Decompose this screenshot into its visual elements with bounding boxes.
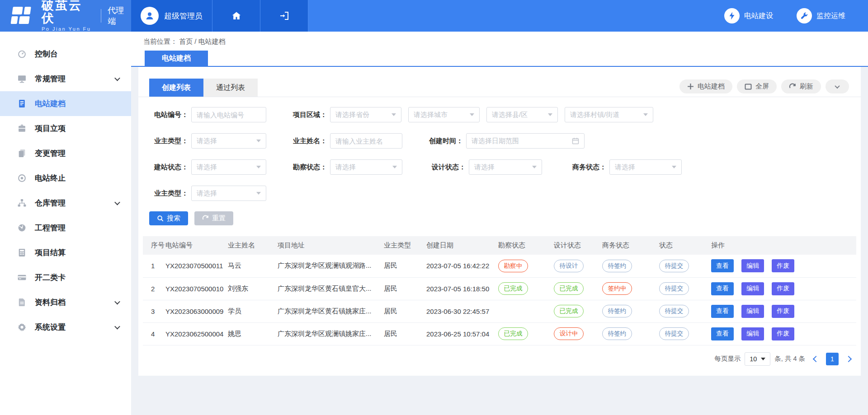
header-actions: 电站建设 监控运维 [308, 0, 868, 32]
wrench-icon [797, 8, 812, 23]
void-button[interactable]: 作废 [772, 282, 794, 295]
edit-button[interactable]: 编辑 [741, 282, 764, 295]
home-button[interactable] [212, 0, 260, 32]
caret-down-icon [672, 166, 676, 168]
province-select[interactable]: 请选择省份 [330, 107, 401, 122]
home-icon [231, 10, 242, 21]
chevron-down-icon [114, 324, 120, 330]
page-number-current[interactable]: 1 [826, 353, 839, 365]
design-status-select[interactable]: 请选择 [469, 159, 542, 175]
caret-down-icon [256, 140, 261, 142]
content-card: 创建列表 通过列表 电站建档 全屏 刷新 [138, 67, 861, 376]
owner-type2-select[interactable]: 请选择 [191, 186, 266, 201]
view-button[interactable]: 查看 [711, 282, 734, 295]
void-button[interactable]: 作废 [772, 259, 794, 272]
survey-status-select[interactable]: 请选择 [330, 159, 402, 175]
build-status-select[interactable]: 请选择 [191, 159, 266, 175]
caret-down-icon [470, 113, 474, 116]
reset-icon [202, 215, 209, 222]
sidebar-item-console[interactable]: 控制台 [0, 42, 131, 66]
county-select[interactable]: 请选择县/区 [486, 107, 558, 122]
sidebar-item-open-type2-card[interactable]: 开二类卡 [0, 265, 131, 290]
search-icon [157, 215, 164, 222]
sidebar-item-data-archive[interactable]: 资料归档 [0, 290, 131, 315]
sitemap-icon [17, 198, 27, 208]
calendar-icon [572, 137, 579, 145]
create-time-range-input[interactable]: 请选择日期范围 [466, 133, 585, 149]
refresh-icon [789, 83, 796, 90]
record-icon [17, 173, 27, 183]
chevron-down-icon [114, 200, 120, 205]
brand-name: 破茧云伏 [42, 0, 82, 25]
monitor-icon [17, 74, 27, 84]
status-badge: 待签约 [602, 305, 632, 317]
next-page-button[interactable] [845, 355, 852, 362]
caret-down-icon [643, 113, 648, 116]
reset-button[interactable]: 重置 [194, 211, 233, 225]
table-row: 1 YX2023070500011 马云 广东深圳龙华区观澜镇观湖路... 居民… [143, 255, 856, 277]
sidebar-item-system-settings[interactable]: 系统设置 [0, 315, 131, 340]
sidebar-item-engineering-mgmt[interactable]: 工程管理 [0, 215, 131, 240]
brand-romanized: Po Jian Yun Fu [42, 26, 91, 32]
card-icon [17, 273, 27, 282]
sidebar-item-station-filing[interactable]: 电站建档 [0, 91, 131, 116]
refresh-button[interactable]: 刷新 [781, 79, 821, 93]
status-badge: 待提交 [659, 260, 689, 272]
business-status-select[interactable]: 请选择 [609, 159, 682, 175]
table-row: 4 YX2023062500004 姚思 广东深圳龙华区观澜镇姚家庄... 居民… [143, 322, 856, 345]
sidebar-item-project-settlement[interactable]: 项目结算 [0, 240, 131, 265]
brand-logo-icon [10, 6, 37, 26]
header-user-band: 超级管理员 [131, 0, 308, 32]
owner-type-select[interactable]: 请选择 [191, 133, 266, 149]
gauge-icon [17, 223, 27, 233]
user-avatar-icon [141, 7, 159, 25]
copy-icon [17, 149, 27, 158]
void-button[interactable]: 作废 [772, 305, 794, 318]
table-toolbar: 电站建档 全屏 刷新 [679, 79, 849, 93]
caret-down-icon [392, 166, 397, 168]
user-menu[interactable]: 超级管理员 [131, 0, 212, 32]
sidebar-item-project-initiation[interactable]: 项目立项 [0, 116, 131, 141]
view-button[interactable]: 查看 [711, 305, 734, 318]
sidebar-item-station-termination[interactable]: 电站终止 [0, 166, 131, 191]
collapse-toolbar-button[interactable] [826, 79, 849, 93]
status-badge: 待设计 [554, 260, 584, 272]
create-station-button[interactable]: 电站建档 [679, 79, 732, 93]
status-badge: 待签约 [602, 260, 632, 272]
chevron-down-icon [835, 83, 840, 88]
table-row: 2 YX2023070500010 刘强东 广东深圳龙华区黄石镇皇官大... 居… [143, 277, 856, 300]
brand-logo: 破茧云伏 Po Jian Yun Fu 代理端 [0, 0, 131, 32]
table-header-row: 序号 电站编号 业主姓名 项目地址 业主类型 创建日期 勘察状态 设计状态 商务… [143, 236, 856, 255]
caret-down-icon [256, 192, 261, 195]
void-button[interactable]: 作废 [772, 327, 794, 340]
logout-button[interactable] [260, 0, 308, 32]
breadcrumb: 当前位置： 首页 / 电站建档 [131, 32, 868, 51]
town-select[interactable]: 请选择村镇/街道 [565, 107, 653, 122]
status-badge: 待提交 [659, 305, 689, 317]
fullscreen-button[interactable]: 全屏 [737, 79, 777, 93]
nav-monitor-ops[interactable]: 监控运维 [797, 8, 845, 23]
edit-button[interactable]: 编辑 [741, 327, 764, 340]
station-code-input[interactable] [191, 107, 266, 122]
status-badge: 已完成 [554, 305, 584, 317]
nav-station-build[interactable]: 电站建设 [724, 8, 773, 23]
tab-create-list[interactable]: 创建列表 [149, 79, 203, 97]
owner-name-input[interactable] [330, 133, 402, 149]
view-button[interactable]: 查看 [711, 259, 734, 272]
brand-text: 破茧云伏 Po Jian Yun Fu [42, 0, 94, 33]
page-tab-station-filing[interactable]: 电站建档 [145, 51, 208, 66]
sidebar-item-warehouse-mgmt[interactable]: 仓库管理 [0, 191, 131, 215]
sidebar-item-general-mgmt[interactable]: 常规管理 [0, 66, 131, 91]
prev-page-button[interactable] [813, 355, 819, 362]
tab-passed-list[interactable]: 通过列表 [203, 79, 258, 97]
view-button[interactable]: 查看 [711, 327, 734, 340]
search-button[interactable]: 搜索 [149, 211, 188, 225]
sidebar-item-change-mgmt[interactable]: 变更管理 [0, 141, 131, 166]
city-select[interactable]: 请选择城市 [408, 107, 480, 122]
edit-button[interactable]: 编辑 [741, 305, 764, 318]
caret-down-icon [761, 358, 765, 360]
edit-button[interactable]: 编辑 [741, 259, 764, 272]
pagination: 每页显示 10 条, 共 4 条 1 [144, 352, 855, 366]
chevron-down-icon [114, 299, 120, 305]
page-size-select[interactable]: 10 [745, 352, 770, 366]
